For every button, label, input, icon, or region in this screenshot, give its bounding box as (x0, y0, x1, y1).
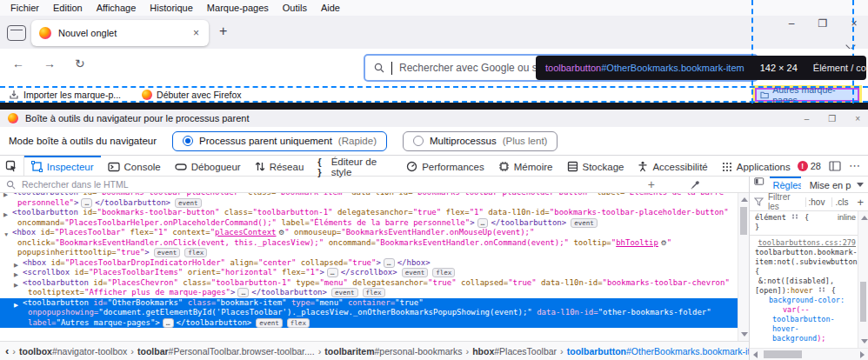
rules-scrollbar[interactable] (858, 211, 868, 348)
tab-close-icon[interactable]: × (191, 27, 201, 39)
markup-line[interactable]: ▶<hbox id="PlacesToolbarDropIndicatorHol… (0, 258, 738, 269)
markup-line[interactable]: onpopupshowing="document.getElementById(… (0, 308, 738, 318)
devtools-tab-applications[interactable]: Applications (715, 156, 798, 176)
breadcrumb-item[interactable]: hbox#PlacesToolbar (472, 346, 557, 357)
stylesheet-link[interactable]: toolbarbuttons.css:279 (753, 238, 856, 248)
markup-line[interactable]: onclick="BookmarksEventHandler.onClick(e… (0, 238, 738, 249)
devtools-tab-performances[interactable]: Performances (399, 156, 491, 176)
menu-historique[interactable]: Historique (143, 3, 200, 13)
markup-scrollbar[interactable] (738, 193, 749, 341)
show-more-badge[interactable]: … (237, 288, 249, 297)
event-badge[interactable]: event (154, 248, 181, 257)
pseudo-class-button[interactable]: :hov (805, 197, 828, 207)
event-badge[interactable]: flex (287, 318, 310, 328)
devtools-tab-inspecteur[interactable]: Inspecteur (24, 156, 101, 176)
menu-affichage[interactable]: Affichage (90, 3, 144, 13)
breadcrumb-scroll-left[interactable]: ‹ (5, 344, 9, 357)
event-badge[interactable]: event (331, 288, 358, 297)
breadcrumb-item[interactable]: toolbar#PersonalToolbar.browser-toolbar.… (137, 346, 315, 357)
new-tab-button[interactable]: + (219, 23, 227, 39)
markup-line[interactable]: popupsinherittooltip="true">eventflex (0, 248, 738, 258)
event-badge[interactable]: event (256, 318, 283, 328)
minimize-button[interactable]: – (805, 114, 810, 123)
pane-toggle-icon[interactable] (754, 177, 765, 186)
rules-filter-input[interactable]: Filtrer les (768, 192, 801, 211)
show-more-badge[interactable]: … (327, 268, 338, 277)
markup-search-input[interactable]: Rechercher dans le HTML (22, 179, 642, 190)
code-link[interactable]: bhTooltip (616, 238, 658, 247)
scroll-down-arrow[interactable] (861, 339, 868, 343)
markup-line[interactable]: ▼<hbox id="PlacesToolbar" flex="1" conte… (0, 228, 738, 238)
menu-fichier[interactable]: Fichier (3, 3, 46, 13)
tab-layout[interactable]: Mise en pa (806, 177, 851, 192)
mode-option-parent-process[interactable]: Processus parent uniquement (Rapide) (172, 131, 387, 151)
gear-icon[interactable]: ⚙ (658, 239, 667, 247)
scroll-down-arrow[interactable] (741, 332, 748, 337)
tab-rules[interactable]: Règles (770, 177, 801, 192)
event-badge[interactable]: event (402, 268, 429, 277)
error-count-badge[interactable]: !28 (798, 161, 821, 171)
rule-line[interactable]: background); (753, 334, 856, 343)
maximize-button[interactable]: ❐ (818, 17, 828, 30)
element-picker-button[interactable] (0, 156, 24, 176)
rules-horizontal-scrollbar[interactable] (750, 348, 868, 360)
rule-line[interactable]: [open]):hover { (753, 286, 856, 296)
scrollbar-thumb[interactable] (740, 207, 747, 235)
code-link[interactable]: placesContext (215, 228, 276, 237)
menu-marque-pages[interactable]: Marque-pages (200, 3, 276, 13)
chevron-down-icon[interactable] (857, 177, 864, 192)
rule-line[interactable]: background-color: (753, 296, 856, 305)
breadcrumb-item[interactable]: toolbox#navigator-toolbox (19, 346, 127, 357)
browser-tab[interactable]: Nouvel onglet × (31, 20, 209, 46)
meatball-menu-icon[interactable]: ⋯ (849, 159, 861, 172)
split-console-icon[interactable] (829, 161, 841, 171)
rule-line[interactable]: { (753, 267, 856, 277)
markup-line[interactable]: ▶<toolbarbutton id="PlacesChevron" class… (0, 278, 738, 289)
event-badge[interactable]: flex (363, 288, 385, 297)
other-bookmarks-button[interactable]: Autres marque-pages (755, 88, 859, 102)
markup-line[interactable]: label="Autres marque-pages">…</toolbarbu… (0, 318, 738, 329)
markup-line[interactable]: ▶<scrollbox id="PlacesToolbarItems" orie… (0, 268, 738, 278)
markup-line[interactable]: ▶<toolbarbutton id="OtherBookmarks" clas… (0, 298, 738, 309)
rule-line[interactable]: item:not(.subviewbutton) (753, 257, 856, 267)
bookmark-getting-started[interactable]: Débuter avec Firefox (142, 90, 241, 100)
event-badge[interactable]: flex (184, 248, 207, 257)
devtools-tab-accessibilite[interactable]: Accessibilité (631, 156, 714, 176)
scroll-left-arrow[interactable] (753, 351, 758, 358)
minimize-button[interactable]: – (786, 17, 797, 30)
gear-icon[interactable]: ⚙ (277, 229, 285, 237)
close-button[interactable]: × (855, 114, 860, 123)
reload-button[interactable]: ↻ (75, 57, 85, 70)
scroll-up-arrow[interactable] (741, 197, 748, 202)
add-rule-button[interactable]: + (855, 196, 864, 209)
rule-line[interactable]: hover- (753, 324, 856, 334)
markup-line[interactable]: tooltiptext="Afficher plus de marque-pag… (0, 288, 738, 298)
rule-line[interactable]: toolbarbutton- (753, 315, 856, 324)
markup-line[interactable]: oncommand="PlacesToolbarHelper.onPlaceho… (0, 218, 738, 229)
rule-line[interactable]: var(-- (753, 305, 856, 315)
rule-line[interactable]: inlineélément { (753, 213, 856, 223)
devtools-tab-editeur-de-style[interactable]: { }Éditeur de style (310, 156, 399, 176)
close-button[interactable]: × (849, 17, 859, 30)
scroll-up-arrow[interactable] (861, 216, 868, 220)
show-more-badge[interactable]: … (81, 198, 92, 208)
event-badge[interactable]: flex (432, 268, 455, 277)
menu-edition[interactable]: Edition (46, 3, 90, 13)
mode-option-multiprocess[interactable]: Multiprocessus (Plus lent) (403, 131, 558, 151)
breadcrumb-item[interactable]: toolbaritem#personal-bookmarks (324, 346, 462, 357)
devtools-tab-reseau[interactable]: Réseau (248, 156, 311, 176)
rule-line[interactable]: } (753, 223, 856, 232)
menu-aide[interactable]: Aide (314, 3, 347, 13)
scrollbar-thumb[interactable] (860, 282, 866, 322)
bookmark-import[interactable]: Importer les marque-p... (9, 90, 121, 100)
devtools-tab-console[interactable]: Console (101, 156, 168, 176)
markup-line[interactable]: ▶<toolbarbutton id="bookmarks-toolbar-bu… (0, 208, 738, 218)
show-more-badge[interactable]: … (477, 218, 489, 228)
rule-line[interactable]: toolbarbutton.bookmark- (753, 248, 856, 257)
event-badge[interactable]: event (175, 198, 202, 208)
add-node-button[interactable]: + (648, 177, 655, 191)
scrollbar-thumb[interactable] (764, 350, 802, 358)
devtools-tab-stockage[interactable]: Stockage (560, 156, 631, 176)
devtools-tab-memoire[interactable]: Mémoire (491, 156, 560, 176)
maximize-button[interactable]: ❐ (828, 114, 836, 123)
